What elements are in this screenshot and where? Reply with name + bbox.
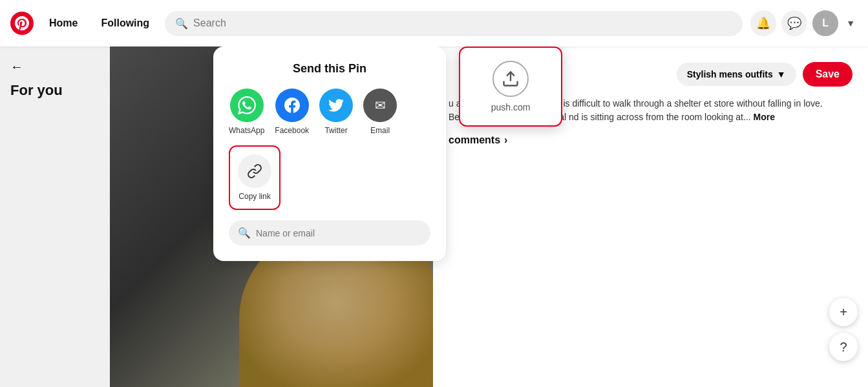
share-email[interactable]: ✉ Email (363, 89, 397, 135)
dialog-title: Send this Pin (229, 62, 430, 76)
help-button[interactable]: ? (829, 333, 858, 361)
search-icon-small: 🔍 (238, 227, 251, 239)
main-content: ← For you Send this Pin WhatsApp (0, 47, 868, 387)
twitter-label: Twitter (324, 126, 347, 135)
bell-icon: 🔔 (756, 16, 770, 30)
whatsapp-icon-circle (230, 89, 264, 122)
search-icon: 🔍 (175, 17, 188, 30)
whatsapp-label: WhatsApp (229, 126, 264, 135)
email-icon-circle: ✉ (363, 89, 397, 122)
copy-link-button[interactable]: Copy link (229, 145, 281, 210)
back-arrow-icon: ← (10, 59, 23, 74)
notifications-button[interactable]: 🔔 (750, 10, 776, 36)
name-email-wrapper: 🔍 (229, 220, 430, 246)
nav-following[interactable]: Following (93, 12, 157, 34)
copy-link-icon (238, 154, 271, 188)
nav-home[interactable]: Home (41, 12, 85, 34)
more-link[interactable]: More (754, 112, 775, 122)
board-chevron-icon: ▼ (777, 69, 786, 79)
push-share-icon[interactable] (492, 61, 529, 97)
account-chevron[interactable]: ▼ (843, 16, 858, 31)
user-avatar[interactable]: L (812, 10, 838, 36)
facebook-label: Facebook (275, 126, 309, 135)
share-twitter[interactable]: Twitter (319, 89, 353, 135)
floating-buttons: + ? (829, 298, 858, 361)
name-or-email-input[interactable] (256, 228, 421, 238)
search-input[interactable] (193, 17, 732, 29)
board-selector[interactable]: Stylish mens outfits ▼ (677, 63, 796, 86)
pin-area: Send this Pin WhatsApp (110, 47, 868, 387)
header-icons: 🔔 💬 L ▼ (750, 10, 858, 36)
messages-button[interactable]: 💬 (781, 10, 807, 36)
comments-link[interactable]: comments › (449, 134, 852, 146)
push-popup: push.com (459, 47, 562, 127)
share-facebook[interactable]: Facebook (275, 89, 309, 135)
plus-button[interactable]: + (829, 298, 858, 326)
send-pin-dialog: Send this Pin WhatsApp (213, 47, 446, 261)
chat-icon: 💬 (787, 16, 801, 30)
copy-link-label: Copy link (238, 192, 270, 201)
push-domain: push.com (491, 102, 531, 112)
back-button[interactable]: ← (10, 59, 100, 74)
comments-label: comments (449, 134, 500, 146)
search-bar: 🔍 (165, 11, 743, 36)
facebook-icon-circle (275, 89, 309, 122)
pinterest-logo[interactable] (10, 12, 34, 35)
share-icons-row: WhatsApp Facebook (229, 89, 430, 135)
twitter-icon-circle (319, 89, 353, 122)
board-name: Stylish mens outfits (687, 69, 773, 79)
save-button[interactable]: Save (803, 62, 852, 87)
sidebar: ← For you (0, 47, 110, 387)
header: Home Following 🔍 🔔 💬 L ▼ (0, 0, 868, 47)
sidebar-title: For you (10, 82, 100, 99)
email-label: Email (370, 126, 390, 135)
share-whatsapp[interactable]: WhatsApp (229, 89, 264, 135)
comments-chevron-icon: › (504, 134, 507, 146)
